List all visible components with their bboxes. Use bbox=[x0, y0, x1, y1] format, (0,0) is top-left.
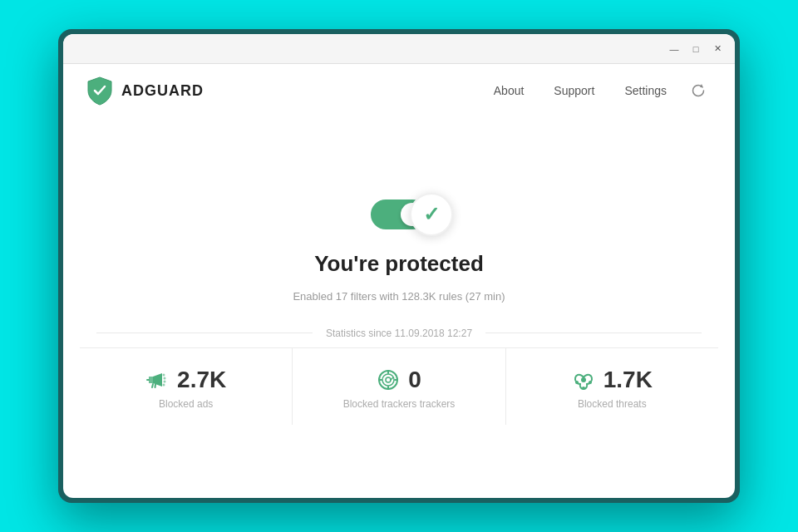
maximize-button[interactable]: □ bbox=[685, 38, 707, 60]
blocked-trackers-label: Blocked trackers trackers bbox=[343, 398, 456, 410]
protection-status-title: You're protected bbox=[314, 251, 484, 277]
logo-text: ADGUARD bbox=[121, 82, 204, 100]
svg-line-3 bbox=[152, 384, 153, 387]
blocked-threats-value: 1.7K bbox=[603, 367, 653, 393]
stat-blocked-trackers-top: 0 bbox=[377, 367, 421, 393]
stat-blocked-threats: 1.7K Blocked threats bbox=[506, 348, 718, 425]
blocked-threats-label: Blocked threats bbox=[578, 398, 647, 410]
blocked-trackers-value: 0 bbox=[408, 367, 421, 393]
svg-point-5 bbox=[163, 373, 165, 376]
svg-point-6 bbox=[164, 377, 166, 379]
protection-area: ✓ You're protected Enabled 17 filters wi… bbox=[293, 191, 505, 303]
window-frame: — □ ✕ ADGUARD About Support Settings bbox=[63, 34, 735, 498]
svg-line-16 bbox=[391, 377, 393, 380]
close-button[interactable]: ✕ bbox=[707, 38, 728, 60]
header: ADGUARD About Support Settings bbox=[63, 64, 735, 117]
stats-since-label: Statistics since 11.09.2018 12:27 bbox=[326, 328, 472, 339]
check-circle: ✓ bbox=[410, 193, 453, 236]
app-window: — □ ✕ ADGUARD About Support Settings bbox=[58, 29, 740, 503]
logo-area: ADGUARD bbox=[86, 76, 204, 106]
stat-blocked-ads: 2.7K Blocked ads bbox=[80, 348, 293, 425]
svg-point-8 bbox=[163, 383, 165, 386]
svg-line-4 bbox=[155, 384, 156, 387]
blocked-ads-label: Blocked ads bbox=[159, 398, 213, 410]
stat-blocked-threats-top: 1.7K bbox=[572, 367, 653, 393]
refresh-button[interactable] bbox=[685, 77, 712, 104]
tracker-icon bbox=[377, 368, 400, 392]
svg-marker-1 bbox=[153, 373, 162, 387]
svg-point-10 bbox=[382, 374, 394, 386]
toggle-area: ✓ bbox=[353, 191, 445, 238]
stats-row: 2.7K Blocked ads bbox=[80, 347, 718, 425]
divider-right bbox=[485, 332, 702, 333]
title-bar: — □ ✕ bbox=[63, 34, 735, 64]
main-content: ✓ You're protected Enabled 17 filters wi… bbox=[63, 117, 735, 498]
minimize-button[interactable]: — bbox=[663, 38, 685, 60]
svg-point-11 bbox=[386, 377, 391, 382]
stat-blocked-ads-top: 2.7K bbox=[145, 367, 226, 393]
adguard-logo-icon bbox=[86, 76, 113, 106]
svg-point-18 bbox=[575, 381, 579, 384]
svg-point-19 bbox=[589, 381, 592, 384]
refresh-icon bbox=[691, 83, 706, 98]
divider-left bbox=[96, 332, 313, 333]
megaphone-icon bbox=[145, 368, 169, 392]
stat-blocked-trackers: 0 Blocked trackers trackers bbox=[293, 348, 505, 425]
settings-link[interactable]: Settings bbox=[613, 79, 678, 102]
nav-links: About Support Settings bbox=[482, 77, 712, 104]
blocked-ads-value: 2.7K bbox=[177, 367, 226, 393]
check-icon: ✓ bbox=[423, 203, 440, 226]
protection-status-subtitle: Enabled 17 filters with 128.3K rules (27… bbox=[293, 290, 505, 303]
about-link[interactable]: About bbox=[482, 79, 536, 102]
svg-point-20 bbox=[582, 387, 585, 390]
svg-point-7 bbox=[164, 380, 166, 382]
stats-divider: Statistics since 11.09.2018 12:27 bbox=[80, 328, 718, 339]
support-link[interactable]: Support bbox=[542, 79, 606, 102]
biohazard-icon bbox=[572, 368, 595, 392]
